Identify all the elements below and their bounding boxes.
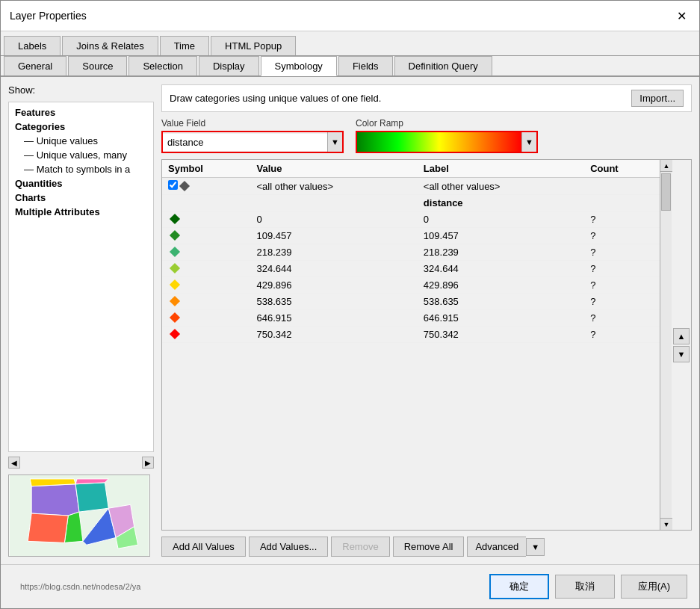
symbol-cell xyxy=(162,277,251,294)
show-item-multiple-attributes[interactable]: Multiple Attributes xyxy=(12,205,150,219)
show-item-categories[interactable]: Categories xyxy=(12,120,150,134)
diamond-icon xyxy=(170,312,180,323)
col-header-value: Value xyxy=(251,160,418,178)
value-cell: 109.457 xyxy=(251,228,418,244)
value-field-input[interactable] xyxy=(163,134,327,151)
advanced-main-button[interactable]: Advanced xyxy=(467,537,526,557)
col-header-symbol: Symbol xyxy=(162,160,251,178)
close-button[interactable]: ✕ xyxy=(672,7,690,25)
diamond-icon xyxy=(170,279,180,290)
title-bar: Layer Properties ✕ xyxy=(1,1,699,31)
tabs-row-2: General Source Selection Display Symbolo… xyxy=(1,56,699,77)
tab-html-popup[interactable]: HTML Popup xyxy=(211,36,296,55)
value-cell: 750.342 xyxy=(251,327,418,343)
cancel-button[interactable]: 取消 xyxy=(555,575,615,599)
symbol-cell xyxy=(162,178,251,195)
remove-all-button[interactable]: Remove All xyxy=(393,537,465,557)
label-cell: <all other values> xyxy=(418,178,584,195)
scroll-track[interactable] xyxy=(660,172,672,518)
tab-definition-query[interactable]: Definition Query xyxy=(394,56,492,75)
show-label: Show: xyxy=(8,84,154,96)
tab-time[interactable]: Time xyxy=(160,36,209,55)
url-bar: https://blog.csdn.net/nodesa/2/ya xyxy=(13,581,483,593)
table-row[interactable]: distance xyxy=(162,195,660,211)
count-cell: ? xyxy=(584,228,660,244)
value-cell: 646.915 xyxy=(251,310,418,327)
table-row[interactable]: 324.644324.644? xyxy=(162,261,660,277)
add-values-button[interactable]: Add Values... xyxy=(249,537,328,557)
count-cell: ? xyxy=(584,294,660,310)
svg-marker-2 xyxy=(75,483,108,512)
tab-display[interactable]: Display xyxy=(199,56,259,75)
show-item-quantities[interactable]: Quantities xyxy=(12,176,150,191)
dialog-footer: https://blog.csdn.net/nodesa/2/ya 确定 取消 … xyxy=(1,564,699,608)
advanced-button-group: Advanced ▼ xyxy=(467,537,545,557)
bottom-buttons: Add All Values Add Values... Remove Remo… xyxy=(161,537,692,557)
show-item-unique-values[interactable]: — Unique values xyxy=(12,134,150,148)
table-row[interactable]: 646.915646.915? xyxy=(162,310,660,327)
show-item-match-symbols[interactable]: — Match to symbols in a xyxy=(12,162,150,176)
tab-symbology[interactable]: Symbology xyxy=(261,56,337,76)
move-up-button[interactable]: ▲ xyxy=(673,328,690,344)
symbol-cell xyxy=(162,327,251,343)
confirm-button[interactable]: 确定 xyxy=(489,574,549,599)
count-cell xyxy=(584,178,660,195)
color-ramp-display[interactable] xyxy=(357,132,521,152)
tab-general[interactable]: General xyxy=(4,56,66,75)
row-checkbox[interactable] xyxy=(168,180,178,190)
count-cell xyxy=(584,195,660,211)
value-field-dropdown-arrow[interactable]: ▼ xyxy=(327,132,342,152)
count-cell: ? xyxy=(584,261,660,277)
table-row[interactable]: 750.342750.342? xyxy=(162,327,660,343)
value-cell xyxy=(251,195,418,211)
scroll-thumb[interactable] xyxy=(661,173,671,211)
label-cell: 538.635 xyxy=(418,294,584,310)
label-cell: 0 xyxy=(418,211,584,228)
values-table-container: Symbol Value Label Count <all other valu… xyxy=(161,159,692,531)
diamond-icon xyxy=(170,230,180,241)
scroll-down-arrow[interactable]: ▼ xyxy=(660,518,672,530)
scroll-right-button[interactable]: ▶ xyxy=(142,457,154,469)
count-cell: ? xyxy=(584,244,660,261)
remove-button[interactable]: Remove xyxy=(331,537,389,557)
table-row[interactable]: 109.457109.457? xyxy=(162,228,660,244)
table-row[interactable]: 538.635538.635? xyxy=(162,294,660,310)
description-text: Draw categories using unique values of o… xyxy=(170,93,381,104)
table-row[interactable]: <all other values><all other values> xyxy=(162,178,660,195)
table-scrollbar[interactable]: ▲ ▼ xyxy=(660,160,672,530)
symbol-cell xyxy=(162,261,251,277)
show-item-charts[interactable]: Charts xyxy=(12,191,150,205)
show-list[interactable]: Features Categories — Unique values — Un… xyxy=(8,102,154,452)
diamond-icon xyxy=(179,181,190,191)
table-row[interactable]: 429.896429.896? xyxy=(162,277,660,294)
label-cell: 324.644 xyxy=(418,261,584,277)
scroll-left-button[interactable]: ◀ xyxy=(8,457,20,469)
tab-fields[interactable]: Fields xyxy=(338,56,393,75)
import-button[interactable]: Import... xyxy=(631,90,684,107)
field-ramp-row: Value Field ▼ Color Ramp ▼ xyxy=(161,118,692,153)
add-all-values-button[interactable]: Add All Values xyxy=(161,537,246,557)
tab-labels[interactable]: Labels xyxy=(4,36,61,55)
values-table: Symbol Value Label Count <all other valu… xyxy=(162,160,660,343)
table-row[interactable]: 218.239218.239? xyxy=(162,244,660,261)
show-item-unique-values-many[interactable]: — Unique values, many xyxy=(12,148,150,162)
tab-joins[interactable]: Joins & Relates xyxy=(62,36,158,55)
scroll-up-arrow[interactable]: ▲ xyxy=(660,160,672,172)
col-header-count: Count xyxy=(584,160,660,178)
color-ramp-dropdown-arrow[interactable]: ▼ xyxy=(521,132,536,152)
apply-button[interactable]: 应用(A) xyxy=(621,575,687,599)
tab-source[interactable]: Source xyxy=(68,56,127,75)
value-cell: 218.239 xyxy=(251,244,418,261)
symbol-cell xyxy=(162,211,251,228)
show-item-features[interactable]: Features xyxy=(12,105,150,120)
count-cell: ? xyxy=(584,327,660,343)
reorder-arrows: ▲ ▼ xyxy=(672,160,691,530)
tab-selection[interactable]: Selection xyxy=(128,56,196,75)
value-cell: 0 xyxy=(251,211,418,228)
svg-marker-4 xyxy=(28,513,68,542)
table-row[interactable]: 00? xyxy=(162,211,660,228)
advanced-dropdown-button[interactable]: ▼ xyxy=(526,538,545,556)
table-scroll-area[interactable]: Symbol Value Label Count <all other valu… xyxy=(162,160,660,530)
move-down-button[interactable]: ▼ xyxy=(673,346,690,362)
map-preview xyxy=(8,474,150,557)
